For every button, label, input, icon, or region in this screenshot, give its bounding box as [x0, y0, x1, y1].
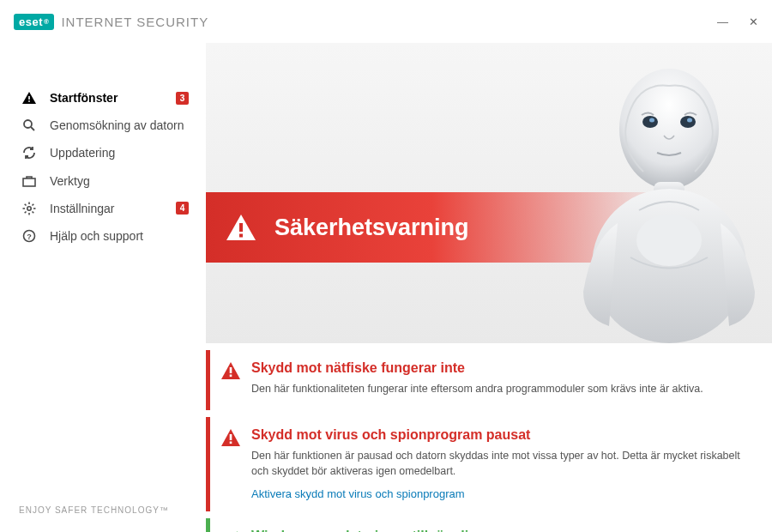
sidebar-item-label: Verktyg — [50, 173, 189, 189]
alert-text: Den här funktionaliteten fungerar inte e… — [251, 381, 755, 396]
logo-text: INTERNET SECURITY — [61, 15, 208, 29]
svg-point-20 — [680, 116, 696, 128]
sidebar-footer: ENJOY SAFER TECHNOLOGY™ — [0, 505, 206, 532]
alert-title: Skydd mot virus och spionprogram pausat — [251, 427, 755, 443]
sidebar-badge: 4 — [176, 202, 189, 215]
warning-triangle-icon — [21, 92, 38, 104]
warning-triangle-icon — [221, 429, 240, 446]
svg-line-10 — [25, 204, 27, 206]
svg-text:?: ? — [27, 233, 32, 241]
svg-point-19 — [642, 116, 658, 128]
alert-virus-paused: Skydd mot virus och spionprogram pausat … — [206, 417, 772, 511]
alert-phishing: Skydd mot nätfiske fungerar inte Den här… — [206, 350, 772, 410]
briefcase-icon — [21, 175, 38, 187]
svg-point-21 — [649, 118, 654, 123]
minimize-button[interactable]: — — [717, 15, 728, 28]
sidebar-item-home[interactable]: Startfönster 3 — [0, 84, 206, 112]
svg-rect-1 — [28, 100, 30, 102]
sidebar-item-help[interactable]: ? Hjälp och support — [0, 222, 206, 250]
alert-icon-col — [210, 417, 251, 511]
svg-point-18 — [619, 69, 719, 189]
magnifier-icon — [21, 118, 38, 132]
sidebar-item-tools[interactable]: Verktyg — [0, 167, 206, 195]
titlebar: eset® INTERNET SECURITY — ✕ — [0, 0, 772, 43]
alert-action-link[interactable]: Aktivera skydd mot virus och spionprogra… — [251, 487, 465, 500]
alert-title: Skydd mot nätfiske fungerar inte — [251, 360, 755, 376]
sidebar-item-scan[interactable]: Genomsökning av datorn — [0, 112, 206, 139]
svg-rect-27 — [230, 375, 232, 378]
question-icon: ? — [21, 229, 38, 243]
hero-area: Säkerhetsvarning — [206, 43, 772, 343]
refresh-icon — [21, 146, 38, 160]
alert-windows-update: Windows-uppdateringar tillgängliga Det f… — [206, 518, 772, 532]
svg-rect-16 — [239, 223, 243, 232]
svg-rect-28 — [230, 434, 232, 440]
close-button[interactable]: ✕ — [749, 15, 758, 28]
banner-title: Säkerhetsvarning — [274, 215, 469, 241]
svg-line-3 — [31, 127, 34, 130]
sidebar-badge: 3 — [176, 92, 189, 105]
app-logo: eset® INTERNET SECURITY — [14, 14, 208, 30]
robot-illustration — [558, 51, 772, 343]
alert-title: Windows-uppdateringar tillgängliga — [251, 529, 755, 532]
sidebar-item-label: Startfönster — [50, 90, 176, 106]
svg-rect-0 — [28, 96, 30, 100]
logo-badge: eset® — [14, 14, 54, 30]
svg-line-12 — [25, 211, 27, 213]
window-controls: — ✕ — [717, 15, 758, 28]
alert-icon-col — [210, 350, 251, 410]
svg-point-5 — [27, 207, 31, 210]
alerts-list: Skydd mot nätfiske fungerar inte Den här… — [206, 350, 772, 532]
sidebar-item-label: Uppdatering — [50, 145, 189, 160]
sidebar-item-settings[interactable]: Inställningar 4 — [0, 195, 206, 222]
sidebar: Startfönster 3 Genomsökning av datorn Up… — [0, 43, 206, 532]
alert-text: Den här funktionen är pausad och datorn … — [251, 448, 755, 479]
svg-rect-4 — [23, 178, 35, 186]
svg-point-2 — [24, 120, 32, 128]
svg-rect-29 — [230, 442, 232, 444]
main-content: Säkerhetsvarning — [206, 43, 772, 532]
svg-line-11 — [33, 211, 34, 213]
warning-triangle-icon — [226, 215, 256, 240]
sidebar-item-label: Genomsökning av datorn — [50, 118, 189, 133]
svg-line-13 — [33, 204, 34, 206]
sidebar-item-label: Inställningar — [50, 201, 176, 216]
warning-triangle-icon — [221, 362, 240, 379]
svg-point-25 — [636, 215, 702, 266]
nav-list: Startfönster 3 Genomsökning av datorn Up… — [0, 84, 206, 250]
sidebar-item-label: Hjälp och support — [50, 228, 189, 244]
alert-icon-col — [210, 518, 251, 532]
sidebar-item-update[interactable]: Uppdatering — [0, 139, 206, 166]
svg-rect-26 — [230, 367, 232, 373]
svg-point-22 — [687, 118, 692, 123]
svg-rect-17 — [239, 234, 243, 238]
gear-icon — [21, 202, 38, 215]
